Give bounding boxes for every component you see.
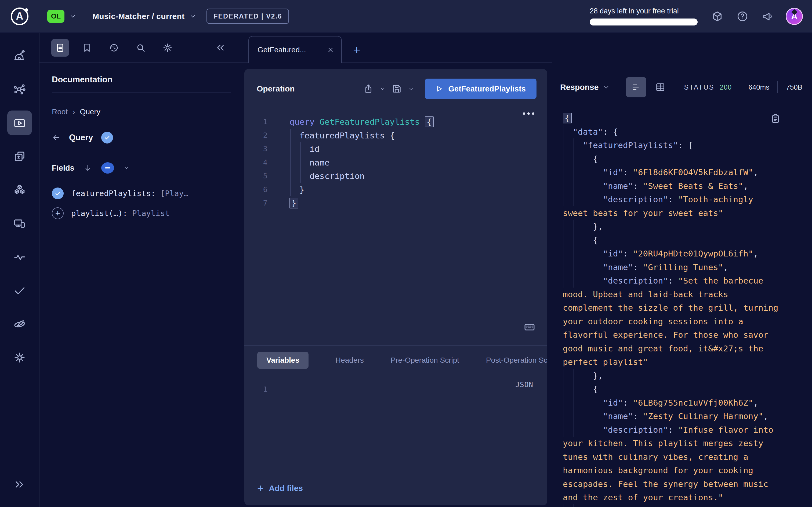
new-tab-button[interactable]: +	[353, 44, 360, 56]
sidebar-item-settings[interactable]	[7, 345, 32, 370]
documentation-content: Documentation Root › Query Query Fields	[40, 63, 244, 219]
breadcrumb-root[interactable]: Root	[52, 108, 68, 116]
sidebar-item-changelog[interactable]	[7, 144, 32, 169]
changelog-icon	[13, 150, 26, 163]
documentation-tab-button[interactable]	[51, 39, 69, 57]
add-files-button[interactable]: + Add files	[244, 483, 547, 505]
variables-line-number: 1	[244, 383, 267, 483]
keyboard-shortcuts-button[interactable]	[524, 321, 536, 333]
sidebar-item-launches[interactable]	[7, 312, 32, 336]
trial-progress-bar	[590, 18, 698, 25]
operation-editor[interactable]: 1234567 query GetFeaturedPlaylists { fea…	[244, 104, 547, 345]
response-size: 750B	[786, 83, 802, 92]
status-code: 200	[720, 83, 732, 91]
response-header: Response STATUS 200 640ms	[560, 77, 802, 97]
format-list-view-button[interactable]	[626, 77, 646, 97]
field-type: Playlist	[128, 209, 170, 218]
save-chevron-down-icon[interactable]	[408, 86, 414, 92]
apollo-logo[interactable]: A	[11, 7, 29, 25]
response-title: Response	[560, 82, 599, 92]
top-header: A OL Music-Matcher / current FEDERATED |…	[0, 0, 812, 33]
graph-chevron-down-icon[interactable]	[189, 13, 196, 20]
operation-tab[interactable]: GetFeatured...	[248, 36, 342, 63]
sidebar-item-explorer[interactable]	[7, 111, 32, 135]
field-row-featured-playlists[interactable]: featuredPlaylists: [Play…	[52, 187, 231, 199]
clients-devices-icon	[13, 217, 26, 230]
federation-version-badge: FEDERATED | V2.6	[206, 9, 289, 24]
breadcrumb-separator: ›	[72, 108, 75, 116]
avatar[interactable]: A	[786, 8, 803, 25]
bookmark-icon	[82, 42, 92, 53]
editor-line-numbers: 1234567	[244, 115, 267, 345]
breadcrumb-current: Query	[80, 108, 100, 116]
divider	[777, 81, 778, 93]
operation-tab-label: GetFeatured...	[257, 46, 327, 54]
save-operation-icon[interactable]	[392, 83, 402, 94]
apollo-logo-dot	[25, 8, 28, 12]
response-chevron-down-icon[interactable]	[603, 84, 610, 91]
saved-operations-button[interactable]	[78, 39, 96, 57]
operation-header: Operation GetFeaturedPlaylists	[244, 69, 547, 104]
tab-post-operation-script[interactable]: Post-Operation Script	[486, 356, 547, 364]
play-icon	[436, 85, 443, 93]
field-add-icon[interactable]: +	[52, 207, 64, 219]
operation-card: Operation GetFeaturedPlaylists	[244, 69, 547, 505]
operation-title: Operation	[257, 84, 295, 93]
breadcrumb: Root › Query	[52, 108, 231, 116]
help-icon[interactable]	[736, 10, 749, 22]
sidebar-item-checks[interactable]	[7, 278, 32, 303]
table-view-button[interactable]	[650, 77, 670, 97]
left-nav-sidebar	[0, 33, 40, 507]
sidebar-item-schema[interactable]	[7, 178, 32, 202]
back-arrow-icon[interactable]	[52, 133, 61, 142]
response-duration: 640ms	[748, 83, 769, 92]
search-button[interactable]	[132, 39, 150, 57]
explorer-settings-button[interactable]	[159, 39, 176, 57]
trial-banner: 28 days left in your free trial	[590, 7, 698, 25]
deselect-all-fields-button[interactable]	[101, 162, 114, 174]
document-icon	[55, 42, 65, 53]
settings-gear-icon	[13, 351, 26, 364]
run-operation-button[interactable]: GetFeaturedPlaylists	[425, 78, 537, 99]
graph-variant-selector[interactable]: Music-Matcher / current	[92, 12, 185, 21]
apollo-logo-letter: A	[16, 10, 23, 22]
type-name: Query	[69, 133, 93, 143]
field-name: playlist(…):	[71, 209, 128, 218]
field-type: [Play…	[155, 189, 188, 198]
run-button-label: GetFeaturedPlaylists	[448, 84, 526, 93]
field-row-playlist[interactable]: + playlist(…): Playlist	[52, 207, 231, 219]
fields-chevron-down-icon[interactable]	[123, 165, 130, 171]
cube-icon[interactable]	[711, 10, 723, 22]
sidebar-item-graph[interactable]	[7, 77, 32, 102]
sidebar-item-home[interactable]	[7, 44, 32, 68]
response-actions	[770, 113, 779, 124]
minus-icon	[105, 167, 110, 168]
docs-panel-title: Documentation	[52, 75, 231, 84]
tab-headers[interactable]: Headers	[336, 356, 364, 364]
sidebar-item-insights[interactable]	[7, 245, 32, 269]
megaphone-icon[interactable]	[762, 10, 774, 22]
response-json-viewer[interactable]: { "data": { "featuredPlaylists": [ { "id…	[563, 111, 779, 507]
variables-editor[interactable]: 1 JSON	[244, 375, 547, 483]
divider	[740, 81, 740, 93]
sort-down-arrow-icon[interactable]	[84, 164, 92, 172]
history-button[interactable]	[105, 39, 123, 57]
type-selected-check-icon[interactable]	[101, 132, 113, 144]
field-checked-icon[interactable]	[52, 187, 64, 199]
response-json-code: { "data": { "featuredPlaylists": [ { "id…	[563, 111, 779, 507]
chevrons-right-icon	[13, 478, 26, 491]
close-tab-icon[interactable]	[327, 46, 334, 54]
org-chevron-down-icon[interactable]	[69, 13, 76, 20]
collapse-docs-panel-button[interactable]	[214, 42, 226, 53]
share-operation-icon[interactable]	[363, 83, 374, 94]
share-chevron-down-icon[interactable]	[380, 86, 386, 92]
sidebar-expand-button[interactable]	[7, 472, 32, 497]
operation-code[interactable]: query GetFeaturedPlaylists { featuredPla…	[267, 115, 547, 345]
sidebar-item-clients[interactable]	[7, 211, 32, 236]
documentation-toolbar	[40, 33, 244, 63]
tab-pre-operation-script[interactable]: Pre-Operation Script	[391, 356, 459, 364]
more-options-icon[interactable]	[523, 112, 535, 115]
org-badge[interactable]: OL	[47, 10, 64, 23]
copy-response-icon[interactable]	[770, 113, 779, 124]
tab-variables[interactable]: Variables	[257, 352, 309, 369]
